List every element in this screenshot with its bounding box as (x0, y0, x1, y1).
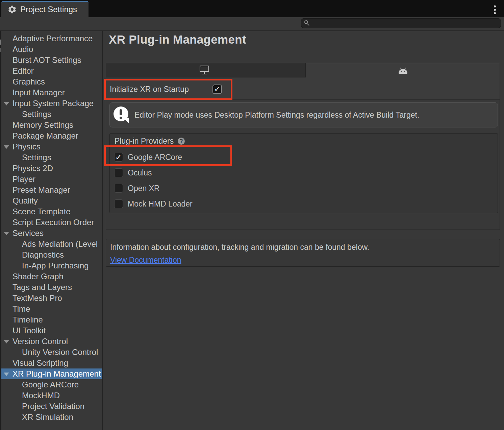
sidebar-item-services[interactable]: Services (1, 228, 102, 239)
help-icon[interactable]: ? (178, 138, 185, 145)
provider-row-open-xr: Open XR (110, 181, 498, 196)
sidebar-item-label: Settings (22, 109, 51, 120)
desktop-monitor-icon (200, 66, 209, 75)
page-title: XR Plug-in Management (109, 33, 246, 46)
sidebar-item-label: Project Validation (22, 401, 84, 412)
provider-label: Oculus (128, 165, 152, 181)
sidebar-item-label: Scene Template (12, 206, 71, 217)
sidebar-item-player[interactable]: Player (1, 174, 102, 185)
sidebar-item-google-arcore[interactable]: Google ARCore (1, 379, 102, 390)
sidebar-item-label: Quality (12, 195, 38, 206)
sidebar-item-quality[interactable]: Quality (1, 195, 102, 206)
sidebar-item-unity-version-control[interactable]: Unity Version Control (1, 347, 102, 358)
sidebar-item-audio[interactable]: Audio (1, 44, 102, 55)
toolbar (0, 17, 504, 31)
foldout-triangle-icon[interactable] (4, 340, 9, 343)
foldout-triangle-icon[interactable] (4, 102, 9, 105)
sidebar-item-label: In-App Purchasing (22, 260, 89, 271)
sidebar-item-in-app-purchasing[interactable]: In-App Purchasing (1, 260, 102, 271)
sidebar-item-label: Diagnostics (22, 249, 64, 260)
sidebar-divider[interactable] (102, 31, 103, 430)
sidebar-item-mockhmd[interactable]: MockHMD (1, 390, 102, 401)
sidebar-item-label: Input Manager (12, 87, 65, 98)
sidebar-item-label: Ads Mediation (Level (22, 239, 98, 249)
sidebar-item-physics[interactable]: Physics (1, 141, 102, 152)
sidebar-item-xr-plug-in-management[interactable]: XR Plug-in Management (1, 368, 102, 379)
sidebar-item-label: XR Plug-in Management (12, 368, 101, 379)
project-settings-window-tab[interactable]: Project Settings (1, 1, 89, 17)
highlight-box-initialize-xr (104, 79, 232, 100)
foldout-triangle-icon[interactable] (4, 373, 9, 376)
sidebar-item-preset-manager[interactable]: Preset Manager (1, 185, 102, 195)
provider-label: Open XR (128, 181, 160, 196)
helpbox-text: Editor Play mode uses Desktop Platform S… (134, 103, 419, 127)
sidebar-item-tags-and-layers[interactable]: Tags and Layers (1, 282, 102, 293)
sidebar-item-version-control[interactable]: Version Control (1, 336, 102, 347)
sidebar-item-label: Physics 2D (12, 163, 53, 174)
search-icon (304, 20, 310, 26)
foldout-triangle-icon[interactable] (4, 145, 9, 149)
sidebar-item-label: Audio (12, 44, 33, 55)
sidebar-item-ads-mediation-level[interactable]: Ads Mediation (Level (1, 239, 102, 249)
documentation-text: Information about configuration, trackin… (110, 242, 369, 252)
provider-row-oculus: Oculus (110, 165, 498, 181)
sidebar-item-settings[interactable]: Settings (1, 109, 102, 120)
sidebar-item-label: Version Control (12, 336, 68, 347)
sidebar-item-label: UI Toolkit (12, 325, 46, 336)
sidebar-item-label: Memory Settings (12, 120, 73, 130)
edge-artifact (0, 40, 1, 45)
sidebar-item-timeline[interactable]: Timeline (1, 314, 102, 325)
sidebar-item-label: Input System Package (12, 98, 94, 109)
sidebar-item-scene-template[interactable]: Scene Template (1, 206, 102, 217)
sidebar-item-time[interactable]: Time (1, 304, 102, 314)
provider-checkbox-open-xr[interactable] (114, 184, 123, 193)
sidebar-item-label: Services (12, 228, 44, 239)
sidebar-item-shader-graph[interactable]: Shader Graph (1, 271, 102, 282)
sidebar-item-label: Burst AOT Settings (12, 55, 81, 66)
window-titlebar: Project Settings (0, 0, 504, 17)
sidebar-item-editor[interactable]: Editor (1, 66, 102, 76)
warning-info-icon (114, 106, 128, 121)
view-documentation-link[interactable]: View Documentation (110, 255, 181, 265)
highlight-box-google-arcore (104, 145, 232, 166)
sidebar-item-textmesh-pro[interactable]: TextMesh Pro (1, 293, 102, 304)
sidebar-item-label: Tags and Layers (12, 282, 72, 293)
sidebar-item-physics-2d[interactable]: Physics 2D (1, 163, 102, 174)
sidebar-item-diagnostics[interactable]: Diagnostics (1, 249, 102, 260)
sidebar-item-input-manager[interactable]: Input Manager (1, 87, 102, 98)
sidebar-item-package-manager[interactable]: Package Manager (1, 130, 102, 141)
sidebar-item-label: XR Simulation (22, 412, 73, 423)
sidebar-item-label: Graphics (12, 76, 45, 87)
kebab-menu-icon[interactable] (494, 5, 496, 14)
tab-android-platform[interactable] (306, 63, 500, 78)
sidebar-item-memory-settings[interactable]: Memory Settings (1, 120, 102, 130)
sidebar-item-xr-simulation[interactable]: XR Simulation (1, 412, 102, 423)
sidebar-item-input-system-package[interactable]: Input System Package (1, 98, 102, 109)
search-input[interactable] (301, 18, 501, 28)
sidebar-item-label: Adaptive Performance (12, 33, 93, 44)
sidebar-item-visual-scripting[interactable]: Visual Scripting (1, 358, 102, 368)
sidebar-item-label: Visual Scripting (12, 358, 68, 368)
tab-desktop-platform[interactable] (106, 63, 306, 77)
gear-icon (7, 5, 17, 14)
sidebar-item-project-validation[interactable]: Project Validation (1, 401, 102, 412)
android-icon (399, 67, 407, 74)
sidebar-item-script-execution-order[interactable]: Script Execution Order (1, 217, 102, 228)
documentation-box: Information about configuration, trackin… (106, 239, 500, 267)
sidebar-item-burst-aot-settings[interactable]: Burst AOT Settings (1, 55, 102, 66)
settings-category-list: Adaptive PerformanceAudioBurst AOT Setti… (1, 31, 102, 430)
sidebar-item-ui-toolkit[interactable]: UI Toolkit (1, 325, 102, 336)
provider-checkbox-mock-hmd-loader[interactable] (114, 199, 123, 208)
provider-row-mock-hmd-loader: Mock HMD Loader (110, 196, 498, 212)
foldout-triangle-icon[interactable] (4, 232, 9, 235)
sidebar-item-label: Google ARCore (22, 379, 79, 390)
sidebar-item-settings[interactable]: Settings (1, 152, 102, 163)
provider-checkbox-oculus[interactable] (114, 168, 123, 177)
sidebar-item-label: Timeline (12, 314, 43, 325)
sidebar-item-label: MockHMD (22, 390, 60, 401)
sidebar-item-label: Time (12, 304, 30, 314)
sidebar-item-label: Physics (12, 141, 41, 152)
sidebar-item-label: Script Execution Order (12, 217, 94, 228)
sidebar-item-graphics[interactable]: Graphics (1, 76, 102, 87)
sidebar-item-adaptive-performance[interactable]: Adaptive Performance (1, 33, 102, 44)
